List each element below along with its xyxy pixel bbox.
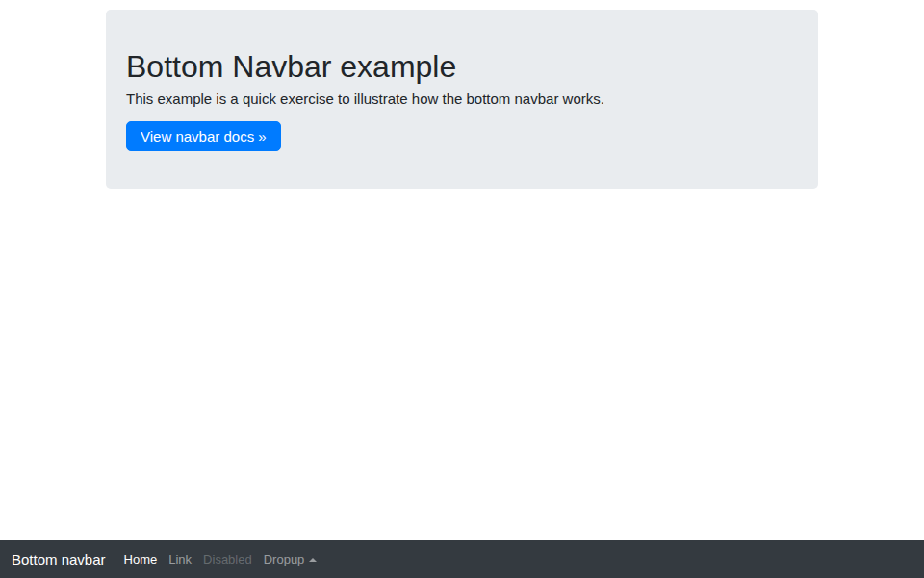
nav-item-disabled: Disabled: [197, 550, 258, 568]
main-content: Bottom Navbar example This example is a …: [106, 0, 818, 189]
nav-item: Link: [163, 550, 197, 568]
caret-up-icon: [309, 558, 317, 562]
nav-item: Disabled: [197, 550, 258, 568]
bottom-navbar: Bottom navbar Home Link Disabled Dropup: [0, 540, 924, 578]
nav-item-home[interactable]: Home: [118, 550, 164, 568]
nav-item: Home: [118, 550, 164, 568]
view-navbar-docs-button[interactable]: View navbar docs »: [126, 121, 281, 151]
nav-item-link[interactable]: Link: [163, 550, 197, 568]
page-description: This example is a quick exercise to illu…: [126, 89, 798, 111]
nav-item-dropup-label: Dropup: [264, 552, 305, 566]
page-title: Bottom Navbar example: [126, 48, 798, 85]
nav-item-dropup-toggle[interactable]: Dropup: [258, 550, 323, 568]
navbar-brand[interactable]: Bottom navbar: [12, 551, 106, 567]
navbar-nav: Home Link Disabled Dropup: [118, 550, 323, 568]
jumbotron: Bottom Navbar example This example is a …: [106, 10, 818, 189]
nav-item: Dropup: [258, 550, 323, 568]
